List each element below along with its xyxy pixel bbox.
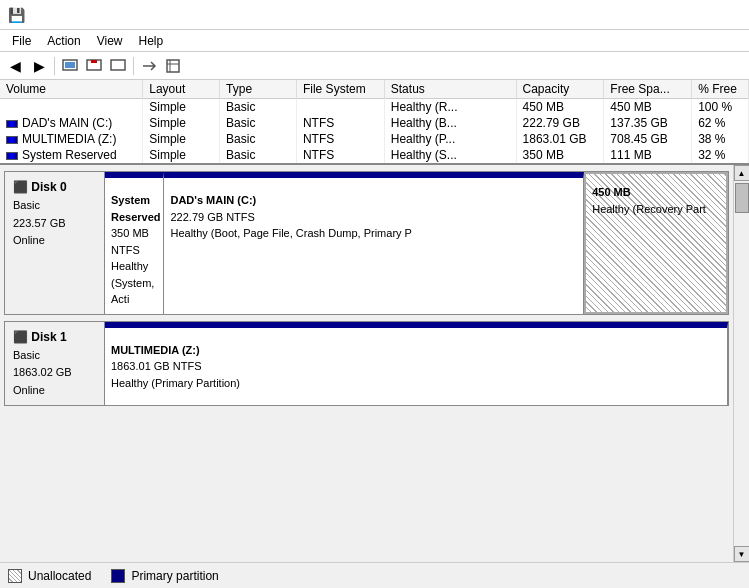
toolbar-btn-3[interactable]	[107, 55, 129, 77]
volume-table: Volume Layout Type File System Status Ca…	[0, 80, 749, 163]
part-dads-size: 222.79 GB NTFS	[170, 209, 577, 226]
cell-type: Basic	[220, 99, 297, 116]
cell-layout: Simple	[143, 99, 220, 116]
legend-primary: Primary partition	[111, 569, 218, 583]
disk-0-title: ⬛ Disk 0	[13, 178, 96, 197]
cell-volume: DAD's MAIN (C:)	[0, 115, 143, 131]
scrollbar-track: ▲ ▼	[733, 165, 749, 562]
part-recovery-name: 450 MB	[592, 184, 720, 201]
volume-table-container: Volume Layout Type File System Status Ca…	[0, 80, 749, 165]
cell-filesystem	[296, 99, 384, 116]
cell-type: Basic	[220, 147, 297, 163]
toolbar-separator-1	[54, 57, 55, 75]
part-sysreserved-status: Healthy (System, Acti	[111, 258, 157, 308]
disk-0-partition-dads-main[interactable]: DAD's MAIN (C:) 222.79 GB NTFS Healthy (…	[164, 172, 584, 314]
part-multimedia-name: MULTIMEDIA (Z:)	[111, 342, 721, 359]
disk-0-partition-recovery[interactable]: 450 MB Healthy (Recovery Part	[584, 172, 728, 314]
table-row[interactable]: DAD's MAIN (C:)SimpleBasicNTFSHealthy (B…	[0, 115, 749, 131]
menu-action[interactable]: Action	[39, 32, 88, 50]
cell-capacity: 350 MB	[516, 147, 604, 163]
cell-free: 137.35 GB	[604, 115, 692, 131]
cell-filesystem: NTFS	[296, 131, 384, 147]
col-header-volume: Volume	[0, 80, 143, 99]
part-dads-status: Healthy (Boot, Page File, Crash Dump, Pr…	[170, 225, 577, 242]
legend-unallocated-label: Unallocated	[28, 569, 91, 583]
part-recovery-status: Healthy (Recovery Part	[592, 201, 720, 218]
disk-1-label: ⬛ Disk 1 Basic 1863.02 GB Online	[5, 322, 105, 406]
cell-status: Healthy (B...	[384, 115, 516, 131]
cell-status: Healthy (R...	[384, 99, 516, 116]
disk-1-partition-multimedia[interactable]: MULTIMEDIA (Z:) 1863.01 GB NTFS Healthy …	[105, 322, 728, 406]
title-bar: 💾	[0, 0, 749, 30]
disk-0-status: Online	[13, 232, 96, 250]
disk-1-partitions: MULTIMEDIA (Z:) 1863.01 GB NTFS Healthy …	[105, 322, 728, 406]
part-sysreserved-name: System Reserved	[111, 192, 157, 225]
cell-pctfree: 62 %	[692, 115, 749, 131]
col-header-type: Type	[220, 80, 297, 99]
cell-status: Healthy (S...	[384, 147, 516, 163]
disk-map: ⬛ Disk 0 Basic 223.57 GB Online System R…	[0, 165, 733, 562]
part-multimedia-size: 1863.01 GB NTFS	[111, 358, 721, 375]
table-row[interactable]: System ReservedSimpleBasicNTFSHealthy (S…	[0, 147, 749, 163]
menu-help[interactable]: Help	[131, 32, 172, 50]
col-header-capacity: Capacity	[516, 80, 604, 99]
disk-1-size: 1863.02 GB	[13, 364, 96, 382]
scroll-thumb[interactable]	[735, 183, 749, 213]
svg-rect-5	[167, 60, 179, 72]
legend-unallocated-icon	[8, 569, 22, 583]
svg-rect-1	[65, 62, 75, 68]
legend-unallocated: Unallocated	[8, 569, 91, 583]
window-controls	[602, 5, 741, 25]
close-button[interactable]	[696, 5, 741, 25]
back-button[interactable]: ◀	[4, 55, 26, 77]
menu-bar: File Action View Help	[0, 30, 749, 52]
cell-free: 111 MB	[604, 147, 692, 163]
cell-filesystem: NTFS	[296, 147, 384, 163]
toolbar-btn-4[interactable]	[138, 55, 160, 77]
col-header-freespace: Free Spa...	[604, 80, 692, 99]
cell-layout: Simple	[143, 115, 220, 131]
disk-0-size: 223.57 GB	[13, 215, 96, 233]
cell-volume: System Reserved	[0, 147, 143, 163]
disk-1-title: ⬛ Disk 1	[13, 328, 96, 347]
svg-rect-4	[111, 60, 125, 70]
cell-layout: Simple	[143, 131, 220, 147]
legend-primary-icon	[111, 569, 125, 583]
toolbar-btn-5[interactable]	[162, 55, 184, 77]
cell-capacity: 450 MB	[516, 99, 604, 116]
volume-icon	[6, 120, 18, 128]
toolbar-separator-2	[133, 57, 134, 75]
part-multimedia-status: Healthy (Primary Partition)	[111, 375, 721, 392]
cell-volume	[0, 99, 143, 116]
table-row[interactable]: SimpleBasicHealthy (R...450 MB450 MB100 …	[0, 99, 749, 116]
table-row[interactable]: MULTIMEDIA (Z:)SimpleBasicNTFSHealthy (P…	[0, 131, 749, 147]
col-header-pctfree: % Free	[692, 80, 749, 99]
disk-0-label: ⬛ Disk 0 Basic 223.57 GB Online	[5, 172, 105, 314]
disk-0-row: ⬛ Disk 0 Basic 223.57 GB Online System R…	[4, 171, 729, 315]
disk-1-row: ⬛ Disk 1 Basic 1863.02 GB Online MULTIME…	[4, 321, 729, 407]
cell-volume: MULTIMEDIA (Z:)	[0, 131, 143, 147]
menu-view[interactable]: View	[89, 32, 131, 50]
disk-0-partitions: System Reserved 350 MB NTFS Healthy (Sys…	[105, 172, 728, 314]
cell-capacity: 1863.01 GB	[516, 131, 604, 147]
cell-pctfree: 38 %	[692, 131, 749, 147]
maximize-button[interactable]	[649, 5, 694, 25]
toolbar: ◀ ▶	[0, 52, 749, 80]
volume-icon	[6, 152, 18, 160]
cell-type: Basic	[220, 131, 297, 147]
disk-0-partition-sysreserved[interactable]: System Reserved 350 MB NTFS Healthy (Sys…	[105, 172, 164, 314]
toolbar-btn-1[interactable]	[59, 55, 81, 77]
part-dads-name: DAD's MAIN (C:)	[170, 192, 577, 209]
legend-primary-label: Primary partition	[131, 569, 218, 583]
toolbar-btn-2[interactable]	[83, 55, 105, 77]
col-header-filesystem: File System	[296, 80, 384, 99]
col-header-status: Status	[384, 80, 516, 99]
scroll-up-button[interactable]: ▲	[734, 165, 750, 181]
menu-file[interactable]: File	[4, 32, 39, 50]
minimize-button[interactable]	[602, 5, 647, 25]
forward-button[interactable]: ▶	[28, 55, 50, 77]
disk-0-type: Basic	[13, 197, 96, 215]
part-sysreserved-size: 350 MB NTFS	[111, 225, 157, 258]
scroll-down-button[interactable]: ▼	[734, 546, 750, 562]
cell-pctfree: 100 %	[692, 99, 749, 116]
